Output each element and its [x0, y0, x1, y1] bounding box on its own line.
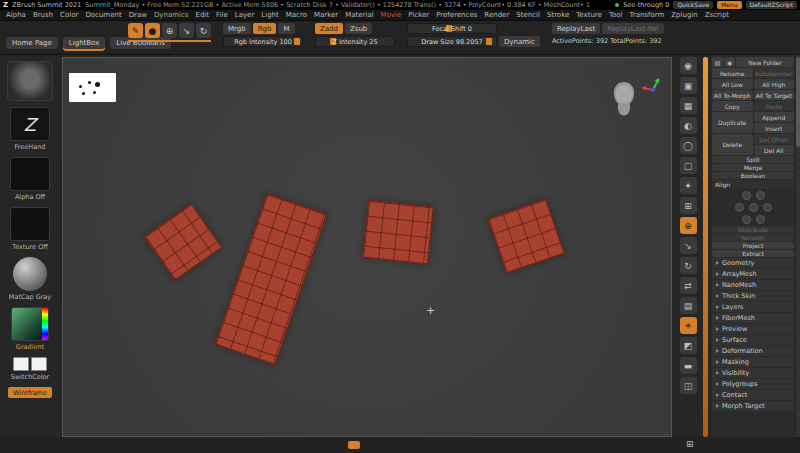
section-merge[interactable]: Merge	[712, 164, 794, 171]
menu-stroke[interactable]: Stroke	[547, 11, 569, 19]
quicksave-button[interactable]: QuickSave	[673, 1, 713, 9]
menu-zscript[interactable]: Zscript	[705, 11, 729, 19]
rotate-doc-icon[interactable]: ↻	[680, 257, 697, 274]
draw-size-handle[interactable]	[486, 38, 492, 45]
tool-button-all-low[interactable]: All Low	[712, 79, 753, 89]
menu-layer[interactable]: Layer	[235, 11, 255, 19]
menu-material[interactable]: Material	[345, 11, 373, 19]
rgb-intensity-handle[interactable]	[294, 38, 300, 45]
draw-mode-icon[interactable]: ●	[145, 23, 160, 38]
subpalette-visibility[interactable]: Visibility	[712, 368, 794, 378]
timeline-marker[interactable]	[348, 441, 360, 449]
scale-mode-icon[interactable]: ↘	[179, 23, 194, 38]
menu-edit[interactable]: Edit	[195, 11, 209, 19]
folder-icon[interactable]: ▧	[712, 57, 723, 67]
document-canvas[interactable]: +	[62, 57, 672, 437]
frame-icon[interactable]: ▣	[680, 77, 697, 94]
subpalette-preview[interactable]: Preview	[712, 324, 794, 334]
dock-grid-icon[interactable]: ⊞	[686, 439, 694, 449]
color-picker[interactable]	[11, 307, 49, 341]
sculpt-mode-zadd[interactable]: Zadd	[315, 23, 343, 34]
align-option-icon[interactable]	[742, 215, 751, 224]
tool-button-insert[interactable]: Insert	[754, 123, 795, 133]
panel-scrollbar-thumb[interactable]	[796, 57, 800, 147]
paint-mode-rgb[interactable]: Rgb	[253, 23, 277, 34]
tool-button-copy[interactable]: Copy	[712, 101, 753, 111]
tool-button-all-high[interactable]: All High	[754, 79, 795, 89]
folder-eye-icon[interactable]: ◉	[724, 57, 735, 67]
new-folder-button[interactable]: New Folder	[736, 57, 794, 67]
camera-icon[interactable]: ◫	[680, 377, 697, 394]
focal-shift-slider[interactable]: Focal Shift 0	[407, 23, 497, 34]
menu-render[interactable]: Render	[484, 11, 509, 19]
dynamic-button[interactable]: Dynamic	[499, 36, 540, 47]
move-mode-icon[interactable]: ⊕	[162, 23, 177, 38]
menu-button[interactable]: Menu	[717, 1, 741, 9]
grid-icon[interactable]: ▤	[680, 297, 697, 314]
subpalette-morph-target[interactable]: Morph Target	[712, 401, 794, 411]
subpalette-layers[interactable]: Layers	[712, 302, 794, 312]
perspective-icon[interactable]: ◩	[680, 337, 697, 354]
paint-mode-mrgb[interactable]: Mrgb	[223, 23, 251, 34]
edit-mode-icon[interactable]: ✎	[128, 23, 143, 38]
align-option-icon[interactable]	[763, 203, 772, 212]
tool-button-paste[interactable]: Paste	[754, 101, 795, 111]
menu-color[interactable]: Color	[60, 11, 78, 19]
menu-preferences[interactable]: Preferences	[436, 11, 477, 19]
tool-button-append[interactable]: Append	[754, 112, 795, 122]
tool-button-del-other[interactable]: Del Other	[754, 134, 795, 144]
default-zscript-button[interactable]: DefaultZScript	[746, 1, 797, 9]
subpalette-contact[interactable]: Contact	[712, 390, 794, 400]
tool-button-autoreorder[interactable]: AutoReorder	[754, 68, 795, 78]
eye-icon[interactable]: ◉	[680, 57, 697, 74]
section-boolean[interactable]: Boolean	[712, 172, 794, 179]
tool-button-del-all[interactable]: Del All	[754, 145, 795, 155]
home-page-button[interactable]: Home Page	[6, 37, 58, 49]
alpha-preview[interactable]	[10, 157, 50, 191]
texture-preview[interactable]	[10, 207, 50, 241]
menu-brush[interactable]: Brush	[33, 11, 53, 19]
menu-picker[interactable]: Picker	[408, 11, 429, 19]
subpalette-thick-skin[interactable]: Thick Skin	[712, 291, 794, 301]
front-color-swatch[interactable]	[13, 357, 29, 371]
paint-mode-m[interactable]: M	[278, 23, 294, 34]
scroll-icon[interactable]: ⊞	[680, 197, 697, 214]
subpalette-arraymesh[interactable]: ArrayMesh	[712, 269, 794, 279]
switch-color[interactable]	[13, 357, 47, 371]
tool-button-extract[interactable]: Extract	[712, 250, 794, 257]
align-section-header[interactable]: Align	[712, 180, 794, 189]
tool-button-project[interactable]: Project	[712, 242, 794, 249]
panel-scrollbar[interactable]	[796, 55, 800, 453]
z-intensity-slider[interactable]: Z Intensity 25	[315, 36, 395, 47]
subtool-scrollbar[interactable]	[703, 57, 708, 437]
mesh-plane-4[interactable]	[487, 198, 565, 273]
floor-icon[interactable]: ▬	[680, 357, 697, 374]
ghost-icon[interactable]: ◯	[680, 137, 697, 154]
menu-light[interactable]: Light	[261, 11, 278, 19]
rgb-intensity-slider[interactable]: Rgb Intensity 100	[223, 36, 303, 47]
menu-alpha[interactable]: Alpha	[6, 11, 26, 19]
subpalette-fibermesh[interactable]: FiberMesh	[712, 313, 794, 323]
subpalette-surface[interactable]: Surface	[712, 335, 794, 345]
replaylast-button[interactable]: ReplayLast	[552, 23, 600, 34]
menu-movie[interactable]: Movie	[381, 11, 402, 19]
brush-preview[interactable]	[7, 61, 53, 101]
align-option-icon[interactable]	[749, 203, 758, 212]
subpalette-masking[interactable]: Masking	[712, 357, 794, 367]
section-split[interactable]: Split	[712, 156, 794, 163]
menu-document[interactable]: Document	[85, 11, 121, 19]
replaylast-rel-button[interactable]: ReplayLast-Rel	[602, 23, 664, 34]
menu-texture[interactable]: Texture	[576, 11, 602, 19]
zoom-icon[interactable]: ⊕	[680, 217, 697, 234]
subpalette-deformation[interactable]: Deformation	[712, 346, 794, 356]
tool-button-rename[interactable]: Rename	[712, 68, 753, 78]
tool-button-all-to-target[interactable]: All To Target	[754, 90, 795, 100]
menu-tool[interactable]: Tool	[609, 11, 623, 19]
align-option-icon[interactable]	[756, 191, 765, 200]
sculpt-mode-zsub[interactable]: Zsub	[345, 23, 372, 34]
rotate-mode-icon[interactable]: ↻	[196, 23, 211, 38]
scale-doc-icon[interactable]: ↘	[680, 237, 697, 254]
subpalette-polygroups[interactable]: Polygroups	[712, 379, 794, 389]
menu-stencil[interactable]: Stencil	[516, 11, 540, 19]
xpose-icon[interactable]: ✦	[680, 177, 697, 194]
